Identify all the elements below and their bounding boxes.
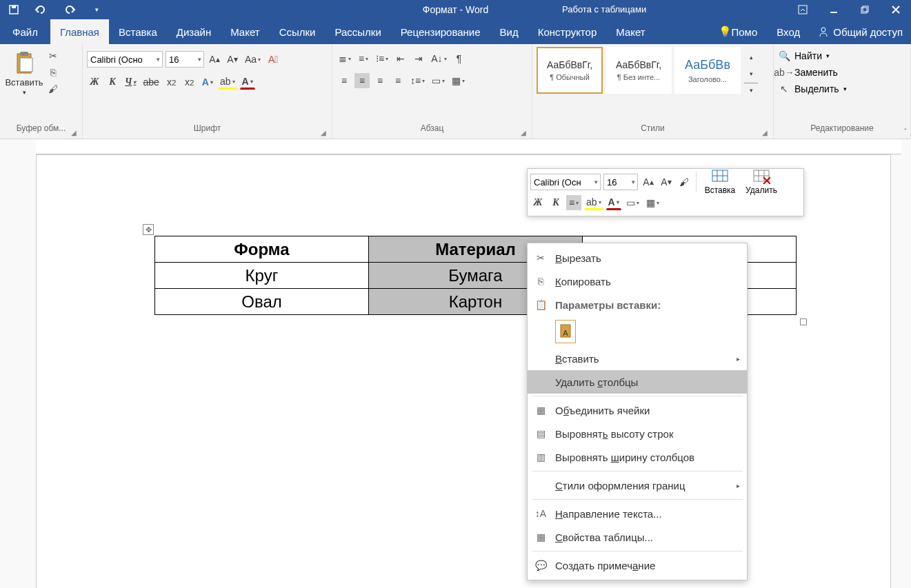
tab-layout[interactable]: Макет	[221, 19, 269, 44]
text-effects-icon[interactable]: A	[200, 74, 215, 90]
tab-references[interactable]: Ссылки	[270, 19, 326, 44]
styles-expand-icon[interactable]: ▾	[743, 83, 759, 98]
subscript-icon[interactable]: x2	[164, 74, 179, 90]
save-icon[interactable]	[0, 0, 28, 19]
ctx-copy[interactable]: ⎘Копировать	[528, 270, 747, 293]
styles-scroll-down-icon[interactable]: ▾	[743, 66, 759, 81]
select-button[interactable]: ↖Выделить ▾	[778, 83, 847, 95]
table-cell[interactable]: Форма	[155, 236, 369, 263]
mini-highlight-icon[interactable]: ab	[584, 195, 603, 210]
replace-button[interactable]: ab→Заменить	[778, 66, 847, 79]
ribbon-options-icon[interactable]	[787, 0, 818, 19]
font-name-combo[interactable]: Calibri (Осно	[87, 51, 163, 68]
copy-icon[interactable]: ⎘	[47, 66, 59, 79]
minimize-button[interactable]	[818, 0, 849, 19]
mini-format-painter-icon[interactable]: 🖌	[677, 174, 692, 190]
align-center-icon[interactable]: ≡	[354, 73, 370, 88]
qat-customize-icon[interactable]: ▾	[83, 0, 110, 19]
ctx-new-comment[interactable]: 💬Создать примечание	[528, 554, 747, 577]
mini-borders-icon[interactable]: ▦	[644, 195, 661, 210]
tell-me[interactable]: 💡 Помо	[709, 19, 768, 44]
format-painter-icon[interactable]: 🖌	[47, 83, 59, 95]
style-heading[interactable]: АаБбВв Заголово...	[674, 47, 741, 94]
justify-icon[interactable]: ≡	[390, 73, 406, 88]
ctx-insert[interactable]: Вставить▸	[528, 347, 747, 370]
increase-indent-icon[interactable]: ⇥	[411, 51, 426, 66]
ctx-cut[interactable]: ✂Вырезать	[528, 246, 747, 270]
font-color-icon[interactable]: A	[240, 74, 255, 90]
grow-font-icon[interactable]: A▴	[207, 52, 222, 67]
mini-font-combo[interactable]: Calibri (Осн	[530, 174, 601, 190]
bold-button[interactable]: Ж	[87, 74, 102, 90]
underline-button[interactable]: Ч	[123, 74, 138, 90]
tab-review[interactable]: Рецензирование	[391, 19, 490, 44]
font-size-combo[interactable]: 16	[166, 51, 204, 68]
share-button[interactable]: Общий доступ	[810, 19, 911, 44]
numbering-icon[interactable]: ≡	[356, 51, 371, 66]
change-case-icon[interactable]: Aa	[243, 52, 263, 67]
cut-icon[interactable]: ✂	[47, 50, 59, 62]
tab-design[interactable]: Дизайн	[167, 19, 221, 44]
multilevel-icon[interactable]: ⁝≡	[374, 51, 390, 66]
align-right-icon[interactable]: ≡	[372, 73, 388, 88]
strikethrough-icon[interactable]: abe	[141, 74, 161, 90]
ruler[interactable]	[36, 139, 901, 154]
redo-button[interactable]	[55, 0, 83, 19]
launcher-icon[interactable]: ◢	[521, 129, 526, 136]
paste-button[interactable]: Вставить ▾	[4, 47, 44, 96]
mini-align-icon[interactable]: ≡	[566, 195, 581, 210]
ctx-distribute-cols[interactable]: ▥Выровнять ширину столбцов	[528, 445, 747, 469]
decrease-indent-icon[interactable]: ⇤	[393, 51, 408, 66]
table-resize-handle[interactable]	[800, 318, 807, 325]
launcher-icon[interactable]: ◢	[321, 129, 326, 136]
tab-home[interactable]: Главная	[50, 19, 109, 44]
signin[interactable]: Вход	[767, 19, 810, 44]
tab-insert[interactable]: Вставка	[109, 19, 167, 44]
styles-scroll-up-icon[interactable]: ▴	[743, 50, 759, 65]
find-button[interactable]: 🔍Найти ▾	[778, 50, 847, 62]
mini-italic-button[interactable]: К	[548, 195, 563, 210]
paste-keep-text-icon[interactable]: A	[555, 320, 576, 343]
tab-table-layout[interactable]: Макет	[606, 19, 654, 44]
launcher-icon[interactable]: ◢	[71, 129, 77, 136]
style-normal[interactable]: АаБбВвГг, ¶ Обычный	[537, 47, 603, 94]
mini-shading-icon[interactable]: ▭	[624, 195, 641, 210]
mini-insert-button[interactable]: Вставка	[701, 169, 739, 195]
mini-font-color-icon[interactable]: A	[606, 195, 621, 210]
clear-format-icon[interactable]: A⃠	[266, 52, 281, 67]
ctx-border-styles[interactable]: Стили оформления границ▸	[528, 474, 747, 497]
highlight-icon[interactable]: ab	[218, 74, 237, 90]
mini-grow-font-icon[interactable]: A▴	[641, 174, 656, 190]
table-move-handle[interactable]: ✥	[143, 224, 154, 235]
ctx-merge-cells[interactable]: ▦Объединить ячейки	[528, 398, 747, 422]
close-button[interactable]	[880, 0, 911, 19]
italic-button[interactable]: К	[105, 74, 120, 90]
shrink-font-icon[interactable]: A▾	[225, 52, 240, 67]
restore-button[interactable]	[849, 0, 880, 19]
align-left-icon[interactable]: ≡	[337, 73, 352, 88]
table-cell[interactable]: Круг	[155, 263, 369, 289]
shading-icon[interactable]: ▭	[430, 73, 447, 88]
mini-size-combo[interactable]: 16	[603, 174, 638, 190]
mini-delete-button[interactable]: Удалить	[742, 169, 781, 195]
launcher-icon[interactable]: ◢	[762, 129, 768, 136]
ctx-distribute-rows[interactable]: ▤Выровнять высоту строк	[528, 422, 747, 445]
ctx-table-properties[interactable]: ▦Свойства таблицы...	[528, 525, 747, 549]
ctx-text-direction[interactable]: ↕AНаправление текста...	[528, 502, 747, 525]
superscript-icon[interactable]: x2	[182, 74, 197, 90]
sort-icon[interactable]: A↓	[429, 51, 448, 66]
borders-icon[interactable]: ▦	[450, 73, 467, 88]
table-cell[interactable]: Овал	[155, 289, 369, 315]
undo-button[interactable]	[28, 0, 55, 19]
show-marks-icon[interactable]: ¶	[452, 51, 467, 66]
tab-table-design[interactable]: Конструктор	[528, 19, 607, 44]
style-nospacing[interactable]: АаБбВвГг, ¶ Без инте...	[605, 47, 672, 94]
tab-view[interactable]: Вид	[490, 19, 528, 44]
styles-gallery[interactable]: АаБбВвГг, ¶ Обычный АаБбВвГг, ¶ Без инте…	[537, 47, 741, 94]
mini-bold-button[interactable]: Ж	[530, 195, 545, 210]
mini-shrink-font-icon[interactable]: A▾	[659, 174, 674, 190]
ctx-delete-columns[interactable]: Удалить столбцы	[528, 370, 747, 394]
tab-mailings[interactable]: Рассылки	[325, 19, 390, 44]
line-spacing-icon[interactable]: ↕≡	[408, 73, 427, 88]
bullets-icon[interactable]: ≣	[337, 51, 353, 66]
